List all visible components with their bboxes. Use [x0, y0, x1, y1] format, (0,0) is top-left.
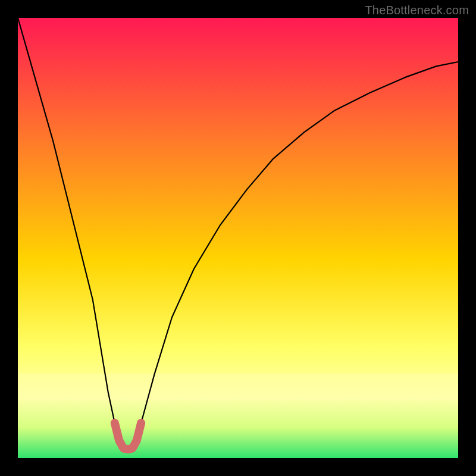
pale-band	[18, 374, 458, 400]
plot-area	[18, 18, 458, 458]
watermark-label: TheBottleneck.com	[365, 4, 469, 17]
chart-svg	[18, 18, 458, 458]
chart-frame: TheBottleneck.com	[0, 0, 476, 476]
